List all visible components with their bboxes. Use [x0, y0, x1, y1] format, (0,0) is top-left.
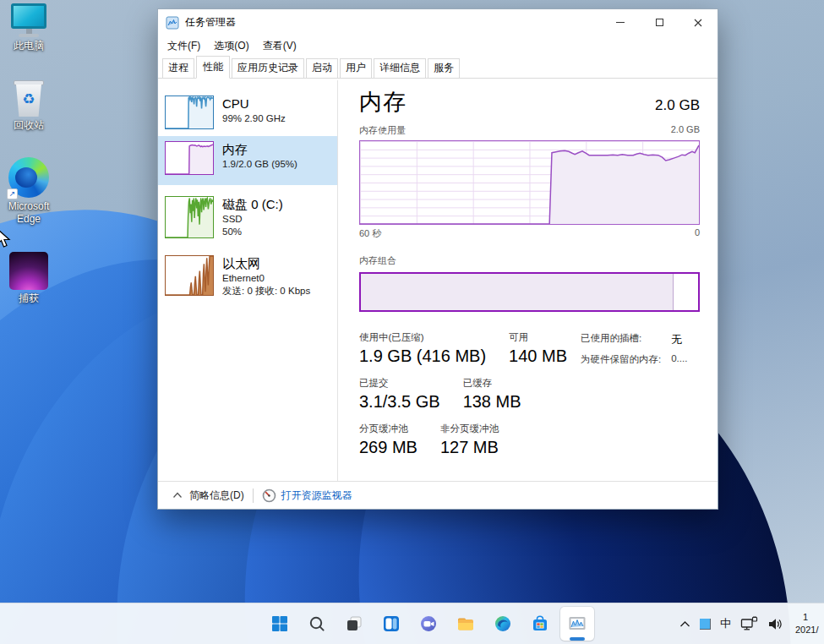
- desktop-icon-label: 捕获: [0, 292, 57, 305]
- memory-mini-graph: [165, 141, 214, 175]
- task-manager-window: 任务管理器 文件(F) 选项(O) 查看(V) 进程 性能 应用历史记录 启动 …: [157, 8, 718, 510]
- recycle-icon: ♻: [14, 90, 43, 108]
- system-tray: 中 1 2021/: [679, 603, 824, 644]
- performance-sidebar: CPU 99% 2.90 GHz 内存 1.9/2.0 GB (95%) 磁盘 …: [158, 80, 338, 481]
- composition-segment-free: [674, 274, 698, 310]
- sidebar-item-title: 以太网: [222, 256, 310, 272]
- tab-details[interactable]: 详细信息: [374, 58, 426, 79]
- tab-services[interactable]: 服务: [428, 58, 460, 79]
- stat-committed: 已提交 3.1/3.5 GB: [359, 377, 440, 412]
- stat-paged-pool: 分页缓冲池 269 MB: [359, 423, 417, 457]
- ethernet-mini-graph: [165, 255, 214, 296]
- tab-bar: 进程 性能 应用历史记录 启动 用户 详细信息 服务: [158, 56, 718, 79]
- sidebar-item-ethernet[interactable]: 以太网 Ethernet0 发送: 0 接收: 0 Kbps: [158, 250, 337, 303]
- sidebar-item-sub: Ethernet0: [222, 272, 310, 285]
- sidebar-item-memory[interactable]: 内存 1.9/2.0 GB (95%): [158, 136, 337, 185]
- memory-composition-bar[interactable]: [359, 272, 700, 312]
- sidebar-item-sub: 1.9/2.0 GB (95%): [222, 158, 297, 171]
- taskbar-search-button[interactable]: [300, 607, 334, 641]
- usage-graph-max: 2.0 GB: [671, 124, 700, 137]
- ime-language-indicator[interactable]: 中: [720, 616, 731, 631]
- memory-capacity: 2.0 GB: [655, 97, 700, 114]
- desktop-icon-edge[interactable]: ↗ Microsoft Edge: [0, 157, 57, 226]
- cpu-mini-graph: [165, 96, 214, 129]
- memory-side-stats: 已使用的插槽: 无 为硬件保留的内存: 0....: [581, 332, 687, 366]
- sidebar-item-title: 磁盘 0 (C:): [222, 197, 283, 213]
- desktop-icon-this-pc[interactable]: 此电脑: [0, 3, 57, 52]
- divider: [253, 488, 254, 503]
- task-view-icon: [345, 614, 363, 633]
- usage-graph-label: 内存使用量: [359, 124, 406, 137]
- sidebar-item-title: CPU: [222, 96, 286, 112]
- taskbar-file-explorer-button[interactable]: [449, 607, 483, 641]
- volume-icon[interactable]: [767, 617, 783, 631]
- sidebar-item-sub: SSD: [222, 213, 283, 226]
- task-manager-icon: [567, 614, 587, 634]
- performance-content: CPU 99% 2.90 GHz 内存 1.9/2.0 GB (95%) 磁盘 …: [158, 80, 718, 481]
- shortcut-arrow-icon: ↗: [7, 188, 18, 199]
- desktop-screen: 此电脑 ♻ 回收站 ↗ Microsoft Edge 捕获 任务管: [0, 0, 824, 644]
- sidebar-item-cpu[interactable]: CPU 99% 2.90 GHz: [158, 90, 337, 134]
- titlebar[interactable]: 任务管理器: [158, 9, 718, 35]
- x-axis-left-label: 60 秒: [359, 227, 381, 240]
- sidebar-item-title: 内存: [222, 142, 297, 158]
- memory-stats: 使用中(已压缩) 1.9 GB (416 MB) 可用 140 MB 已提交 3…: [359, 331, 700, 457]
- clock-date: 2021/: [795, 624, 824, 636]
- tray-chevron-up-icon[interactable]: [679, 620, 690, 628]
- taskbar-chat-button[interactable]: [412, 607, 445, 641]
- close-button[interactable]: [679, 9, 718, 35]
- menu-options[interactable]: 选项(O): [207, 36, 255, 56]
- recycle-bin-icon: ♻: [0, 80, 57, 117]
- start-icon: [270, 614, 289, 633]
- x-axis-right-label: 0: [695, 227, 700, 240]
- ime-mode-icon[interactable]: [700, 619, 711, 630]
- this-pc-icon: [0, 3, 57, 37]
- open-resource-monitor-link[interactable]: 打开资源监视器: [281, 488, 352, 503]
- minimize-button[interactable]: [601, 9, 640, 35]
- edge-icon: ↗: [8, 157, 49, 198]
- maximize-icon: [656, 19, 663, 26]
- sidebar-item-sub: 50%: [222, 226, 283, 238]
- stat-non-paged-pool: 非分页缓冲池 127 MB: [440, 423, 499, 457]
- taskbar-store-button[interactable]: [523, 607, 557, 641]
- sidebar-item-sub: 发送: 0 接收: 0 Kbps: [222, 285, 310, 297]
- mouse-cursor: [0, 228, 13, 254]
- tab-users[interactable]: 用户: [340, 58, 372, 79]
- memory-panel: 内存 2.0 GB 内存使用量 2.0 GB 60 秒 0 内存组合: [338, 80, 718, 481]
- tab-app-history[interactable]: 应用历史记录: [232, 58, 304, 79]
- taskbar-clock[interactable]: 1 2021/: [795, 611, 824, 636]
- taskbar-widgets-button[interactable]: [374, 607, 408, 641]
- tab-performance[interactable]: 性能: [196, 56, 230, 79]
- desktop-icon-recycle-bin[interactable]: ♻ 回收站: [0, 80, 57, 132]
- desktop-icon-label: 此电脑: [0, 40, 57, 52]
- tab-startup[interactable]: 启动: [306, 58, 338, 79]
- capture-image-icon: [9, 252, 48, 290]
- chevron-up-icon[interactable]: [172, 492, 183, 499]
- taskbar-task-manager-button[interactable]: [560, 607, 594, 641]
- search-icon: [308, 614, 326, 633]
- resource-monitor-icon: [262, 488, 276, 503]
- tab-processes[interactable]: 进程: [162, 58, 194, 79]
- disk-mini-graph: [165, 196, 214, 238]
- taskbar-edge-button[interactable]: [486, 607, 520, 641]
- composition-segment-in-use: [361, 274, 673, 310]
- stat-cached: 已缓存 138 MB: [463, 377, 521, 412]
- menu-view[interactable]: 查看(V): [256, 36, 303, 56]
- taskbar-task-view-button[interactable]: [337, 607, 371, 641]
- fewer-details-toggle[interactable]: 简略信息(D): [189, 488, 244, 503]
- clock-time: 1: [795, 611, 824, 624]
- memory-usage-chart[interactable]: [359, 140, 700, 225]
- minimize-icon: [616, 22, 625, 23]
- chat-icon: [419, 614, 438, 633]
- taskbar-start-button[interactable]: [263, 607, 297, 641]
- sidebar-item-disk[interactable]: 磁盘 0 (C:) SSD 50%: [158, 191, 337, 243]
- maximize-button[interactable]: [640, 9, 679, 35]
- widgets-icon: [382, 614, 401, 633]
- desktop-icon-label: 回收站: [0, 119, 57, 132]
- desktop-icon-capture[interactable]: 捕获: [0, 252, 57, 305]
- store-icon: [531, 614, 549, 633]
- sidebar-item-sub: 99% 2.90 GHz: [222, 112, 286, 125]
- menu-file[interactable]: 文件(F): [161, 36, 207, 56]
- composition-label: 内存组合: [359, 254, 700, 267]
- network-icon[interactable]: [740, 616, 758, 631]
